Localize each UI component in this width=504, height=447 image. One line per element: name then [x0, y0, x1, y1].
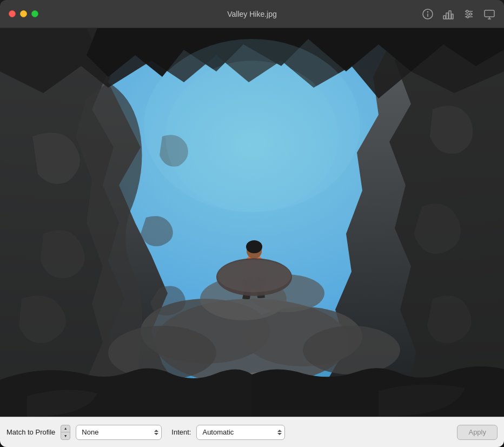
- svg-point-12: [467, 16, 469, 18]
- info-icon[interactable]: [422, 8, 434, 20]
- display-icon[interactable]: [483, 8, 495, 20]
- close-button[interactable]: [9, 10, 16, 17]
- svg-rect-3: [443, 16, 446, 19]
- toolbar-right: [422, 8, 495, 20]
- svg-point-30: [165, 61, 339, 212]
- svg-point-26: [246, 240, 262, 253]
- photo-scene: [0, 28, 504, 417]
- maximize-button[interactable]: [31, 10, 38, 17]
- intent-dropdown-wrapper[interactable]: Automatic Perceptual Relative Colorimetr…: [196, 425, 285, 440]
- window-title: Valley Hike.jpg: [227, 10, 277, 18]
- titlebar: Valley Hike.jpg: [0, 0, 504, 28]
- profile-dropdown[interactable]: None sRGB IEC61966-2.1 Adobe RGB (1998) …: [76, 425, 162, 440]
- histogram-icon[interactable]: [442, 8, 454, 20]
- match-profile-stepper[interactable]: ▲ ▼: [61, 425, 70, 440]
- minimize-button[interactable]: [20, 10, 27, 17]
- svg-point-10: [466, 10, 468, 12]
- intent-label: Intent:: [171, 428, 191, 436]
- match-profile-step-up[interactable]: ▲: [61, 425, 70, 433]
- svg-point-28: [217, 260, 291, 292]
- match-profile-step-down[interactable]: ▼: [61, 432, 70, 439]
- svg-rect-6: [452, 14, 453, 19]
- traffic-lights: [9, 10, 38, 17]
- adjustments-icon[interactable]: [463, 8, 475, 20]
- match-profile-label: Match to Profile: [6, 428, 55, 436]
- apply-button-label: Apply: [468, 428, 486, 436]
- svg-rect-5: [449, 11, 451, 19]
- image-area: [0, 28, 504, 417]
- bottom-bar: Match to Profile ▲ ▼ None sRGB IEC61966-…: [0, 417, 504, 447]
- intent-dropdown[interactable]: Automatic Perceptual Relative Colorimetr…: [196, 425, 285, 440]
- app-window: Valley Hike.jpg: [0, 0, 504, 447]
- svg-point-2: [428, 11, 428, 12]
- profile-dropdown-wrapper[interactable]: None sRGB IEC61966-2.1 Adobe RGB (1998) …: [76, 425, 162, 440]
- svg-point-11: [469, 13, 472, 15]
- svg-point-21: [303, 326, 400, 374]
- svg-rect-13: [485, 10, 494, 17]
- svg-rect-4: [446, 13, 448, 19]
- apply-button[interactable]: Apply: [457, 425, 498, 440]
